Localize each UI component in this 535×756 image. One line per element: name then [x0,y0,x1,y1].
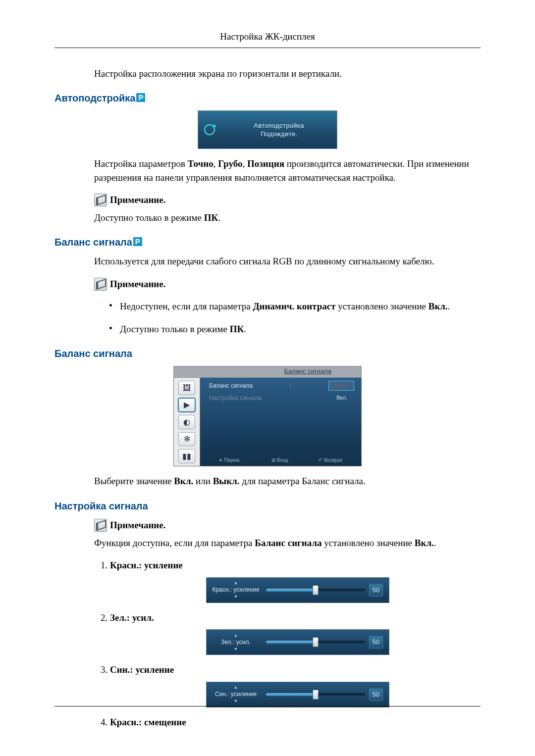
osd-row-1: Баланс сигнала : Выкл. [200,378,361,391]
osd-sidebar: 🖼 ▶ ◐ ✻ ▮▮ [174,378,200,466]
arrow-up-icon[interactable]: ▲ [212,581,260,585]
osd-footer-return: ↶ Возврат [319,457,343,464]
list-item: Доступно только в режиме ПК. [109,322,481,336]
osd-row1-value[interactable]: Выкл. [328,381,354,391]
slider-red-gain: ▲ Красн.: усиление ▼ 50 [206,577,389,603]
pc-badge-icon: P [136,93,145,102]
section-heading-auto: АвтоподстройкаP [54,91,481,105]
signal-item-1-label: Красн.: усиление [110,560,183,570]
osd-row-2: Настройка сигнала Вкл. [200,391,361,403]
slider-label: Син.: усиление [212,690,260,699]
slider-fill [266,693,316,696]
slider-thumb[interactable] [313,690,319,700]
arrow-down-icon[interactable]: ▼ [212,595,260,599]
slider-label: Зел.: усил. [212,638,260,647]
return-icon: ↶ [319,457,322,464]
slider-fill [266,589,316,592]
slider-fill [266,641,316,644]
auto-para: Настройка параметров Точно, Грубо, Позиц… [94,157,481,184]
signal-item-2: Зел.: усил. ▲ Зел.: усил. ▼ 50 [110,611,481,655]
auto-tune-icon-cell [198,124,221,135]
signal-item-3: Син.: усиление ▲ Син.: усиление ▼ 50 [110,663,481,707]
osd-footer: ✦ Перем. ⊞ Вход ↶ Возврат [200,455,361,466]
note-icon [94,519,107,532]
balance2-after: Выберите значение Вкл. или Выкл. для пар… [94,474,481,488]
auto-tune-line2: Подождите. [261,130,297,138]
note-label: Примечание. [110,193,166,207]
signal-item-2-label: Зел.: усил. [110,612,154,623]
balance1-heading-text: Баланс сигнала [54,237,132,248]
slider-value: 50 [369,688,383,701]
pc-badge-icon: P [133,237,142,246]
arrow-up-icon[interactable]: ▲ [212,633,260,638]
slider-label: Красн.: усиление [212,586,260,594]
section-heading-balance-2: Баланс сигнала [54,347,481,361]
note-row-balance1: Примечание. [94,277,481,291]
section-heading-auto-text: Автоподстройка [54,93,135,103]
osd-tab-time[interactable]: ◐ [178,415,195,429]
signal-para: Функция доступна, если для параметра Бал… [94,536,481,550]
balance1-bullet-list: Недоступен, если для параметра Динамич. … [109,300,481,336]
slider-blue-gain: ▲ Син.: усиление ▼ 50 [206,682,389,707]
note-row-auto: Примечание. [94,193,481,207]
osd-main: Баланс сигнала : Выкл. Настройка сигнала… [200,378,361,466]
note-row-signal: Примечание. [94,518,481,532]
auto-tune-line1: Автоподстройка [254,122,304,129]
arrows-icon: ✦ [218,457,222,464]
auto-note-para: Доступно только в режиме ПК. [94,211,481,225]
note-icon [94,194,107,206]
osd-body: 🖼 ▶ ◐ ✻ ▮▮ Баланс сигнала : Выкл. Настро… [173,378,362,466]
osd-tab-multi[interactable]: ▮▮ [178,449,195,463]
section-heading-balance-1: Баланс сигналаP [54,235,481,250]
slider-track[interactable] [266,641,365,644]
refresh-icon [204,124,215,135]
osd-titlebar: Баланс сигнала [173,366,362,378]
enter-icon: ⊞ [271,457,275,464]
slider-green-gain: ▲ Зел.: усил. ▼ 50 [206,629,389,655]
slider-thumb[interactable] [313,637,319,647]
list-item: Недоступен, если для параметра Динамич. … [109,300,481,313]
balance1-para: Используется для передачи слабого сигнал… [94,254,481,268]
auto-tune-text: Автоподстройка Подождите. [221,121,337,139]
arrow-up-icon[interactable]: ▲ [212,685,260,690]
arrow-down-icon[interactable]: ▼ [212,699,260,704]
slider-thumb[interactable] [313,585,319,595]
signal-item-4: Красн.: смещение [110,715,481,729]
slider-value: 50 [369,636,383,649]
slider-track[interactable] [266,589,365,592]
osd-panel: Баланс сигнала 🖼 ▶ ◐ ✻ ▮▮ Баланс сигнала… [173,366,362,466]
signal-item-3-label: Син.: усиление [110,664,174,675]
page-header: Настройка ЖК-дисплея [54,30,481,48]
auto-tune-panel: Автоподстройка Подождите. [198,110,337,149]
osd-footer-move: ✦ Перем. [218,457,241,464]
osd-row2-value[interactable]: Вкл. [329,394,354,403]
section-heading-signal: Настройка сигнала [54,499,481,513]
note-label: Примечание. [110,277,166,291]
signal-item-1: Красн.: усиление ▲ Красн.: усиление ▼ 50 [110,558,481,603]
slider-value: 50 [369,584,383,596]
osd-footer-enter: ⊞ Вход [271,457,288,464]
osd-row1-label: Баланс сигнала [209,382,253,390]
slider-track[interactable] [266,693,365,696]
arrow-down-icon[interactable]: ▼ [212,647,260,652]
osd-tab-picture[interactable]: 🖼 [178,381,195,395]
osd-row2-label: Настройка сигнала [209,394,262,403]
note-icon [94,278,107,291]
osd-title: Баланс сигнала [284,367,331,376]
signal-items: Красн.: усиление ▲ Красн.: усиление ▼ 50… [94,558,481,729]
footer-rule [54,706,481,706]
intro-text: Настройка расположения экрана по горизон… [94,67,481,81]
signal-item-4-label: Красн.: смещение [110,717,186,727]
note-label: Примечание. [110,518,166,532]
osd-tab-input[interactable]: ▶ [178,398,195,412]
osd-tab-setup[interactable]: ✻ [178,432,195,446]
